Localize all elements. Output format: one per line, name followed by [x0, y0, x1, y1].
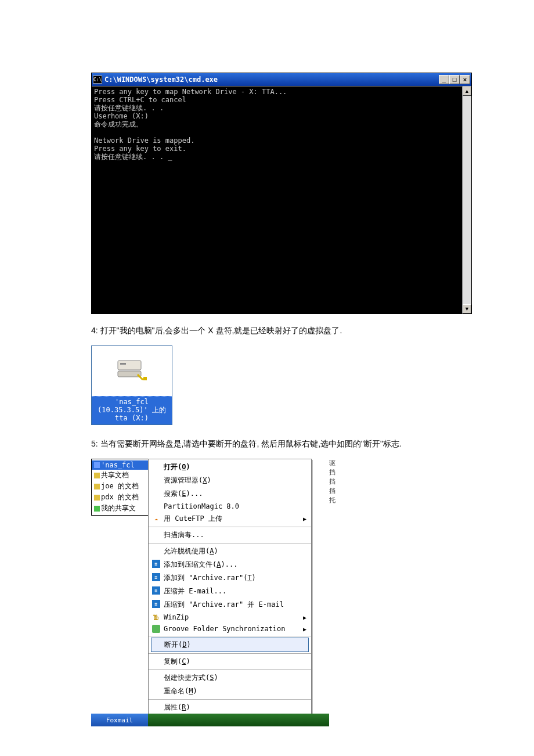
svg-rect-2 [118, 371, 141, 377]
menu-item-label: 搜索(E)... [164, 489, 203, 499]
menu-item[interactable]: 重命名(M) [149, 685, 311, 698]
menu-item[interactable]: 扫描病毒... [149, 528, 311, 542]
svg-rect-1 [120, 363, 126, 365]
scroll-down-icon[interactable]: ▼ [463, 304, 471, 314]
menu-item-label: PartitionMagic 8.0 [164, 502, 239, 510]
gr-icon [152, 625, 160, 633]
context-menu-figure: 'nas_fcl共享文档joe 的文档pdx 的文档我的共享文 驱挡挡挡托 打开… [91, 459, 329, 726]
sidebar-item[interactable]: 我的共享文 [92, 503, 149, 514]
drive-label-line1: 'nas_fcl [93, 398, 171, 406]
menu-item[interactable]: 属性(R) [149, 701, 311, 714]
menu-item[interactable]: 资源管理器(X) [149, 474, 311, 487]
wz-icon: 🗜 [152, 613, 160, 621]
scroll-up-icon[interactable]: ▲ [463, 87, 471, 96]
folder-icon [94, 506, 100, 512]
menu-item-label: 添加到压缩文件(A)... [164, 560, 237, 570]
menu-item[interactable]: PartitionMagic 8.0 [149, 501, 311, 512]
rar-icon: ≣ [152, 586, 160, 595]
cmd-window: C:\ C:\WINDOWS\system32\cmd.exe _ □ × Pr… [91, 73, 472, 314]
folder-icon [94, 473, 100, 478]
sidebar-item[interactable]: pdx 的文档 [92, 492, 149, 503]
taskbar-item-foxmail[interactable]: Foxmail [91, 714, 148, 726]
folder-icon [94, 495, 100, 501]
drive-label-line2: (10.35.3.5)' 上的 [93, 406, 171, 414]
minimize-button[interactable]: _ [439, 75, 449, 84]
step-5-text: 5: 当有需要断开网络盘是,请选中要断开的盘符, 然后用鼠标右键,选中如图的"断… [91, 439, 443, 449]
sidebar-item[interactable]: 'nas_fcl [92, 460, 149, 470]
scroll-track[interactable] [463, 96, 471, 304]
drive-label: 'nas_fcl (10.35.3.5)' 上的 tta (X:) [92, 396, 172, 424]
submenu-arrow-icon: ▶ [303, 516, 306, 522]
menu-item-label: 创建快捷方式(S) [164, 673, 218, 683]
close-button[interactable]: × [460, 75, 470, 84]
menu-item-label: 压缩并 E-mail... [164, 586, 226, 596]
folder-icon [94, 462, 100, 468]
rar-icon: ≣ [152, 560, 160, 568]
menu-item[interactable]: ≣添加到 "Archive.rar"(T) [149, 571, 311, 585]
menu-item[interactable]: 复制(C) [149, 655, 311, 668]
menu-item-label: 打开(O) [164, 462, 190, 472]
menu-item[interactable]: 允许脱机使用(A) [149, 545, 311, 558]
submenu-arrow-icon: ▶ [303, 626, 306, 632]
cmd-icon: C:\ [93, 75, 102, 84]
svg-rect-0 [118, 361, 141, 370]
maximize-button[interactable]: □ [449, 75, 460, 84]
explorer-sidebar: 'nas_fcl共享文档joe 的文档pdx 的文档我的共享文 [91, 459, 149, 516]
drive-icon [92, 346, 172, 396]
rar-icon: ≣ [152, 600, 160, 608]
menu-item-label: 允许脱机使用(A) [164, 546, 218, 556]
cropped-right-fragment: 驱挡挡挡托 [329, 459, 337, 505]
menu-item-label: 资源管理器(X) [164, 476, 211, 485]
menu-item[interactable]: ≣压缩到 "Archive.rar" 并 E-mail [149, 598, 311, 611]
menu-item[interactable]: ≣添加到压缩文件(A)... [149, 558, 311, 571]
menu-item-label: 用 CuteFTP 上传 [164, 514, 222, 524]
folder-icon [94, 484, 100, 489]
cmd-titlebar[interactable]: C:\ C:\WINDOWS\system32\cmd.exe _ □ × [92, 73, 471, 86]
menu-item[interactable]: ☁用 CuteFTP 上传▶ [149, 512, 311, 525]
cmd-scrollbar[interactable]: ▲ ▼ [462, 87, 471, 314]
menu-item[interactable]: 搜索(E)... [149, 487, 311, 501]
menu-item-label: WinZip [164, 613, 189, 621]
cmd-title: C:\WINDOWS\system32\cmd.exe [104, 75, 439, 84]
menu-item-label: 扫描病毒... [164, 530, 204, 540]
menu-item[interactable]: 🗜WinZip▶ [149, 611, 311, 623]
network-drive-icon[interactable]: 'nas_fcl (10.35.3.5)' 上的 tta (X:) [91, 345, 172, 425]
menu-item-label: 重命名(M) [164, 686, 197, 696]
menu-item[interactable]: 创建快捷方式(S) [149, 671, 311, 685]
sidebar-item[interactable]: joe 的文档 [92, 481, 149, 492]
step-4-text: 4: 打开"我的电脑"后,会多出一个 X 盘符,就是已经映射好了的虚拟盘了. [91, 326, 443, 336]
rar-icon: ≣ [152, 573, 160, 581]
menu-item[interactable]: ≣压缩并 E-mail... [149, 585, 311, 598]
menu-item-label: 属性(R) [164, 703, 190, 712]
drive-label-line3: tta (X:) [93, 414, 171, 422]
menu-item-label: Groove Folder Synchronization [164, 625, 286, 633]
menu-item-label: 断开(D) [164, 640, 191, 650]
menu-item-label: 添加到 "Archive.rar"(T) [164, 573, 256, 583]
menu-item-label: 复制(C) [164, 657, 190, 667]
menu-item-label: 压缩到 "Archive.rar" 并 E-mail [164, 600, 284, 610]
svg-rect-3 [143, 377, 147, 380]
ftp-icon: ☁ [152, 514, 160, 522]
submenu-arrow-icon: ▶ [303, 614, 306, 621]
desktop-fragment [148, 714, 329, 726]
menu-item[interactable]: 打开(O) [149, 460, 311, 474]
menu-item[interactable]: Groove Folder Synchronization▶ [149, 623, 311, 635]
cmd-output: Press any key to map Network Drive - X: … [92, 87, 462, 314]
menu-item[interactable]: 断开(D) [151, 638, 309, 652]
sidebar-item[interactable]: 共享文档 [92, 470, 149, 481]
context-menu[interactable]: 打开(O)资源管理器(X)搜索(E)...PartitionMagic 8.0☁… [148, 459, 312, 715]
